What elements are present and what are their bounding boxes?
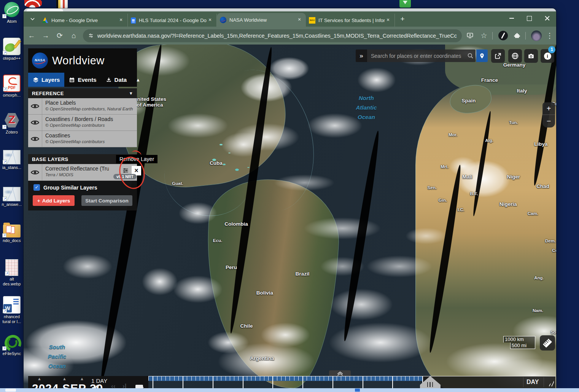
desktop-icon-zotero[interactable]: Z↗Zotero xyxy=(0,112,24,146)
new-tab-button[interactable]: + xyxy=(397,14,408,24)
windows-taskbar[interactable] xyxy=(0,388,579,392)
profile-avatar[interactable] xyxy=(531,30,542,41)
browser-tab[interactable]: NASA Worldview× xyxy=(217,13,306,27)
timeline-tick-minor xyxy=(281,376,282,381)
nau-favicon-icon: NAU xyxy=(309,17,315,24)
start-comparison-button[interactable]: Start Comparison xyxy=(81,195,132,206)
desktop-icon-mapimg[interactable]: ↗n_answe... xyxy=(0,185,24,220)
animation-camera-icon[interactable] xyxy=(135,385,143,388)
map-label: Nigeria xyxy=(499,201,517,207)
step-forward-button[interactable]: ›| xyxy=(122,382,126,388)
tab-layers[interactable]: Layers xyxy=(28,73,64,87)
collapse-section-icon[interactable]: ▼ xyxy=(129,91,133,96)
step-back-button[interactable]: ‹‹ xyxy=(111,382,115,388)
search-input[interactable] xyxy=(367,53,465,59)
browser-tab[interactable]: HLS Tutorial 2024 - Google Doc× xyxy=(128,14,217,27)
extensions-menu-button[interactable] xyxy=(511,30,523,42)
reference-layer-row[interactable]: Coastlines / Borders / Roads© OpenStreet… xyxy=(28,115,137,131)
sidebar-collapse-button[interactable]: ▲ xyxy=(131,73,145,87)
zoom-in-button[interactable]: + xyxy=(542,102,555,115)
folder-icon: ↗ xyxy=(3,225,21,237)
install-app-button[interactable] xyxy=(464,30,476,42)
home-button[interactable]: ⌂ xyxy=(68,30,80,42)
taskbar-start-button[interactable] xyxy=(5,389,16,392)
minimize-button[interactable] xyxy=(506,13,517,23)
visibility-toggle[interactable] xyxy=(28,131,42,147)
shortcut-arrow-icon: ↗ xyxy=(3,197,7,201)
share-button[interactable] xyxy=(491,49,505,63)
map-label: Gin. xyxy=(439,198,447,202)
reference-section-header[interactable]: REFERENCE ▼ xyxy=(28,88,137,98)
day-up-arrow[interactable]: ▲ xyxy=(80,376,84,381)
desktop-icon-label: nhanced tural or l... xyxy=(3,314,21,324)
timeline-tick-minor xyxy=(165,376,166,381)
timeline-tick-minor xyxy=(170,376,170,381)
desktop-icon-tableimg[interactable]: ↗alt des.webp xyxy=(0,259,24,293)
measure-button[interactable] xyxy=(540,335,555,351)
url-text[interactable]: worldview.earthdata.nasa.gov/?l=Referenc… xyxy=(97,33,457,39)
shortcut-arrow-icon: ↗ xyxy=(2,233,6,237)
tab-close-icon[interactable]: × xyxy=(296,16,303,23)
refresh-button[interactable]: ⟳ xyxy=(54,30,66,42)
map-label: Co xyxy=(552,248,556,253)
layers-sidebar: NASA Worldview Layers Events Data ▲ xyxy=(28,48,137,65)
visibility-toggle[interactable] xyxy=(28,98,42,114)
calendar-icon xyxy=(69,77,75,83)
browser-menu-button[interactable]: ⋮ xyxy=(544,30,556,42)
desktop-icon-label: ndo_docs xyxy=(3,238,21,243)
add-layers-button[interactable]: + Add Layers xyxy=(33,195,75,206)
notification-badge[interactable]: 1 xyxy=(548,46,555,53)
bookmark-button[interactable]: ☆ xyxy=(478,30,490,42)
search-button[interactable] xyxy=(465,53,476,59)
checkbox-checked-icon[interactable]: ✓ xyxy=(33,184,40,191)
forward-button[interactable]: → xyxy=(40,30,52,42)
timeline-axis[interactable] xyxy=(148,376,422,388)
tab-close-icon[interactable]: × xyxy=(207,17,213,24)
snapshot-button[interactable] xyxy=(524,49,538,63)
back-button[interactable]: ← xyxy=(25,30,38,42)
desktop-icon-mapimg[interactable]: ↗ia_stans... xyxy=(0,148,24,183)
timeline-tick-minor xyxy=(380,376,380,381)
visibility-toggle[interactable] xyxy=(28,115,42,131)
timeline-zoom-level[interactable]: DAY xyxy=(527,379,539,386)
browser-tab[interactable]: Home - Google Drive× xyxy=(39,14,128,27)
visibility-toggle[interactable] xyxy=(28,164,42,180)
layer-attribution: © OpenStreetMap contributors, Natural Ea… xyxy=(45,107,135,111)
desktop-icon-sync[interactable]: ↗eFileSync xyxy=(0,333,24,367)
desktop-icon-atom[interactable]: ↗Atom xyxy=(0,1,24,35)
tab-search-button[interactable] xyxy=(27,14,37,24)
worldview-map[interactable]: United States of AmericaNorth Atlantic O… xyxy=(24,45,556,388)
address-bar[interactable]: worldview.earthdata.nasa.gov/?l=Referenc… xyxy=(83,29,462,42)
tab-events[interactable]: Events xyxy=(64,73,101,87)
browser-tab[interactable]: NAUIT Services for Students | Inform× xyxy=(306,14,395,27)
tune-icon[interactable] xyxy=(88,33,94,38)
base-layer-row[interactable]: Corrected Reflectance (True C Terra / MO… xyxy=(28,164,137,181)
extension-button[interactable] xyxy=(497,30,509,42)
tab-data[interactable]: Data xyxy=(101,73,132,87)
map-label: Chile xyxy=(240,323,253,329)
projection-button[interactable] xyxy=(508,49,522,63)
reference-layer-row[interactable]: Coastlines© OpenStreetMap contributors xyxy=(28,131,137,147)
month-up-arrow[interactable]: ▲ xyxy=(62,376,67,381)
desktop-icon-pdf[interactable]: PDF↗omorph... xyxy=(0,75,24,109)
reference-layer-row[interactable]: Place Labels© OpenStreetMap contributors… xyxy=(28,98,137,115)
timeline-date[interactable]: 2024 SEP 30 xyxy=(32,382,103,388)
tab-close-icon[interactable]: × xyxy=(118,17,124,24)
group-similar-layers-checkbox-row[interactable]: ✓ Group Similar Layers xyxy=(33,184,97,191)
desktop-icon-folder[interactable]: ↗ndo_docs xyxy=(0,222,24,257)
desktop-icon-npp[interactable]: ↗otepad++ xyxy=(0,38,24,72)
tab-close-icon[interactable]: × xyxy=(385,17,391,24)
maximize-button[interactable] xyxy=(524,13,535,23)
timeline-tick-minor xyxy=(414,376,414,381)
search-expand-button[interactable]: » xyxy=(356,49,367,62)
timeline-tick-minor xyxy=(285,376,286,381)
map-label: Dem. xyxy=(545,239,556,243)
timeline-expand-button[interactable] xyxy=(329,370,351,376)
taskbar-app-icon[interactable] xyxy=(355,389,360,392)
close-window-button[interactable] xyxy=(542,13,553,23)
map-label: Libya xyxy=(534,141,547,147)
desktop-icon-word[interactable]: W↗nhanced tural or l... xyxy=(0,296,24,330)
zoom-out-button[interactable]: − xyxy=(542,115,555,127)
locate-button[interactable] xyxy=(476,49,488,62)
year-up-arrow[interactable]: ▲ xyxy=(37,376,41,381)
